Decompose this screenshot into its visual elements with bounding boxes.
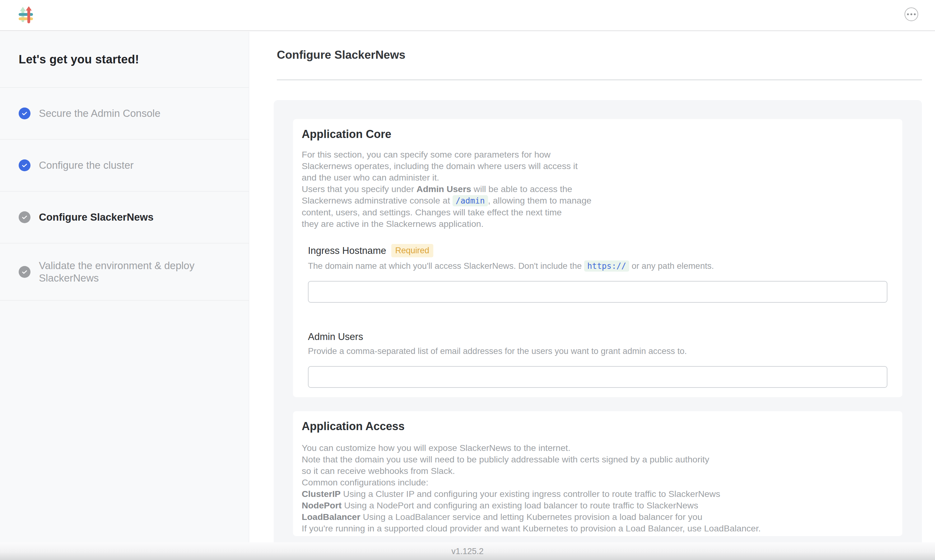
config-panel: Application Core For this section, you c… <box>274 100 922 542</box>
page-title: Configure SlackerNews <box>277 48 405 62</box>
setup-steps-sidebar: Let's get you started! Secure the Admin … <box>0 32 249 542</box>
step-label: Configure the cluster <box>39 159 134 172</box>
sidebar-step-configure-cluster[interactable]: Configure the cluster <box>0 140 249 191</box>
sidebar-heading: Let's get you started! <box>19 53 139 66</box>
sidebar-heading-block: Let's get you started! <box>0 32 249 88</box>
application-access-heading: Application Access <box>302 420 893 433</box>
ingress-hostname-input[interactable] <box>308 281 887 303</box>
check-circle-icon <box>19 266 31 278</box>
required-badge: Required <box>391 244 434 257</box>
step-label-current: Configure SlackerNews <box>39 211 154 223</box>
overflow-menu-button[interactable] <box>904 8 918 21</box>
sidebar-step-validate-deploy[interactable]: Validate the environment & deploy Slacke… <box>0 243 249 300</box>
application-core-heading: Application Core <box>302 128 893 141</box>
check-circle-icon <box>19 108 31 119</box>
admin-users-field-group: Admin Users Provide a comma-separated li… <box>308 331 887 388</box>
topbar <box>0 0 935 31</box>
application-access-card: Application Access You can customize how… <box>293 411 903 536</box>
slackernews-logo-icon <box>18 6 34 25</box>
admin-users-input[interactable] <box>308 366 887 388</box>
admin-path-code-chip: /admin <box>452 195 488 206</box>
application-core-card: Application Core For this section, you c… <box>293 119 903 397</box>
check-circle-icon <box>19 211 31 223</box>
ingress-hostname-helper: The domain name at which you'll access S… <box>308 261 887 271</box>
title-divider <box>277 80 922 80</box>
application-access-description: You can customize how you will expose Sl… <box>302 442 893 534</box>
check-circle-icon <box>19 159 31 171</box>
ingress-hostname-label: Ingress Hostname <box>308 245 386 256</box>
sidebar-step-configure-slackernews[interactable]: Configure SlackerNews <box>0 191 249 243</box>
footer: v1.125.2 <box>0 542 935 560</box>
https-code-chip: https:// <box>584 260 629 272</box>
sidebar-step-secure-admin-console[interactable]: Secure the Admin Console <box>0 88 249 140</box>
admin-users-label: Admin Users <box>308 331 363 343</box>
application-core-description: For this section, you can specify some c… <box>302 149 893 230</box>
version-label: v1.125.2 <box>451 547 484 556</box>
ingress-hostname-field-group: Ingress Hostname Required The domain nam… <box>308 244 887 303</box>
ellipsis-icon <box>907 13 909 15</box>
admin-users-helper: Provide a comma-separated list of email … <box>308 346 887 356</box>
step-label: Secure the Admin Console <box>39 107 160 120</box>
step-label: Validate the environment & deploy Slacke… <box>39 260 219 285</box>
